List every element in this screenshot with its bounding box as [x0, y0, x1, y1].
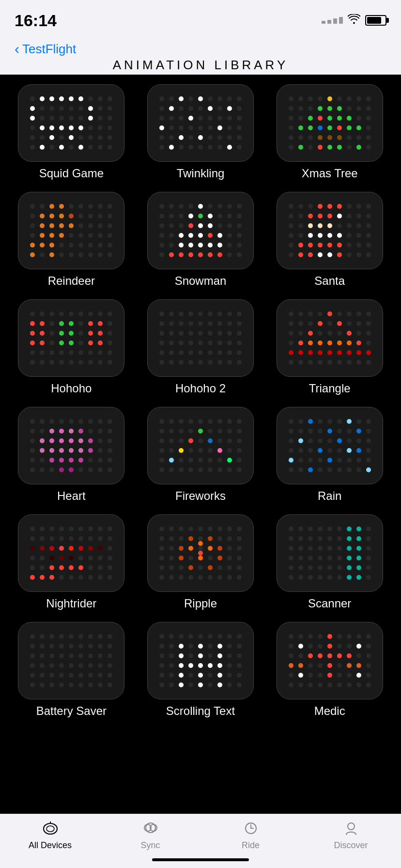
- svg-point-558: [217, 350, 222, 355]
- list-item[interactable]: Battery Saver: [12, 622, 131, 718]
- svg-point-538: [198, 331, 203, 336]
- svg-point-316: [159, 233, 164, 238]
- svg-point-846: [327, 458, 332, 463]
- list-item[interactable]: Squid Game: [12, 84, 131, 180]
- svg-point-1178: [217, 682, 222, 687]
- svg-point-1230: [347, 682, 352, 687]
- svg-point-203: [308, 125, 313, 130]
- list-item[interactable]: Hohoho 2: [141, 299, 261, 395]
- svg-point-1143: [237, 663, 242, 668]
- svg-point-91: [159, 116, 164, 121]
- svg-point-410: [366, 243, 371, 248]
- svg-point-383: [366, 214, 371, 218]
- svg-point-269: [98, 252, 103, 257]
- svg-point-643: [356, 350, 361, 355]
- svg-point-195: [327, 106, 332, 111]
- svg-point-860: [49, 536, 54, 541]
- svg-point-479: [108, 341, 112, 345]
- list-item[interactable]: Fireworks: [141, 407, 261, 503]
- svg-point-929: [237, 527, 242, 531]
- svg-point-297: [237, 204, 242, 209]
- svg-point-958: [169, 565, 174, 570]
- svg-point-419: [366, 252, 371, 257]
- tab-all-devices[interactable]: All Devices: [26, 821, 75, 851]
- svg-point-551: [237, 341, 242, 345]
- svg-point-1162: [179, 644, 184, 649]
- svg-point-996: [366, 527, 371, 531]
- svg-point-510: [30, 341, 35, 345]
- list-item[interactable]: Hohoho: [12, 299, 131, 395]
- svg-point-743: [198, 438, 203, 443]
- list-item[interactable]: Santa: [270, 192, 389, 288]
- svg-point-1131: [208, 653, 213, 658]
- svg-point-540: [217, 331, 222, 336]
- tab-ride[interactable]: Ride: [227, 821, 275, 851]
- svg-point-732: [179, 429, 184, 434]
- svg-point-282: [49, 233, 54, 238]
- svg-point-507: [69, 331, 74, 336]
- tab-sync[interactable]: Sync: [126, 821, 175, 851]
- svg-point-344: [188, 214, 193, 218]
- svg-point-898: [69, 575, 74, 580]
- svg-point-1145: [169, 673, 174, 678]
- list-item[interactable]: Snowman: [141, 192, 261, 288]
- list-item[interactable]: Twinkling: [141, 84, 261, 180]
- svg-point-854: [78, 527, 83, 531]
- svg-point-287: [30, 252, 35, 257]
- svg-point-20: [49, 116, 54, 121]
- svg-point-1167: [217, 653, 222, 658]
- svg-point-118: [159, 145, 164, 150]
- svg-point-851: [49, 527, 54, 531]
- svg-point-283: [59, 233, 64, 238]
- svg-point-109: [159, 135, 164, 140]
- svg-point-999: [308, 536, 313, 541]
- svg-point-519: [188, 311, 193, 316]
- svg-point-223: [88, 204, 93, 209]
- svg-point-1220: [337, 673, 342, 678]
- list-item[interactable]: Ripple: [141, 514, 261, 610]
- svg-point-281: [40, 233, 45, 238]
- svg-point-501: [69, 321, 74, 326]
- list-item[interactable]: Medic: [270, 622, 389, 718]
- svg-point-1229: [337, 682, 342, 687]
- svg-point-1017: [308, 556, 313, 560]
- svg-point-993: [337, 527, 342, 531]
- list-item[interactable]: Nightrider: [12, 514, 131, 610]
- svg-point-241: [88, 223, 93, 228]
- svg-point-1052: [347, 575, 352, 580]
- svg-point-1241: [327, 673, 332, 678]
- svg-point-503: [98, 321, 103, 326]
- svg-point-1059: [78, 634, 83, 639]
- svg-point-978: [198, 541, 203, 546]
- svg-point-1116: [237, 634, 242, 639]
- svg-point-1257: [348, 823, 355, 830]
- svg-point-699: [49, 429, 54, 434]
- back-button[interactable]: ‹ TestFlight: [15, 41, 386, 57]
- svg-point-1251: [46, 826, 54, 832]
- tab-discover[interactable]: Discover: [327, 821, 375, 851]
- svg-point-589: [298, 331, 303, 336]
- svg-point-639: [318, 350, 323, 355]
- svg-point-631: [318, 341, 323, 345]
- svg-point-114: [208, 135, 213, 140]
- list-item[interactable]: Rain: [270, 407, 389, 503]
- svg-point-708: [88, 438, 93, 443]
- svg-point-62: [88, 116, 93, 121]
- svg-point-549: [217, 341, 222, 345]
- svg-point-974: [237, 575, 242, 580]
- svg-point-956: [237, 556, 242, 560]
- svg-point-1172: [217, 663, 222, 668]
- list-item[interactable]: Xmas Tree: [270, 84, 389, 180]
- list-item[interactable]: Heart: [12, 407, 131, 503]
- svg-point-655: [40, 429, 45, 434]
- list-item[interactable]: Reindeer: [12, 192, 131, 288]
- svg-point-900: [88, 575, 93, 580]
- svg-point-526: [169, 321, 174, 326]
- list-item[interactable]: Scanner: [270, 514, 389, 610]
- list-item[interactable]: Triangle: [270, 299, 389, 395]
- svg-point-1099: [30, 682, 35, 687]
- svg-point-1087: [88, 663, 93, 668]
- status-icons: [322, 14, 386, 27]
- svg-point-90: [237, 106, 242, 111]
- list-item[interactable]: Scrolling Text: [141, 622, 261, 718]
